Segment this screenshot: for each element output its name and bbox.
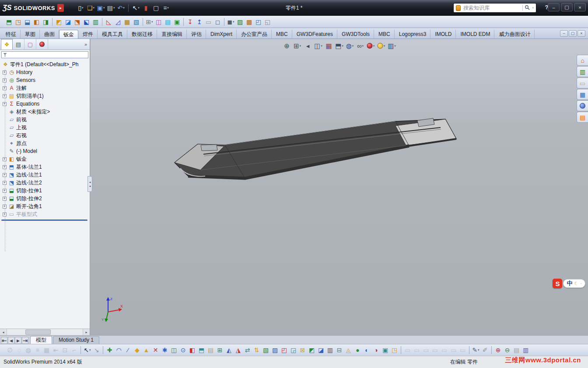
hide-show-items-button[interactable]: ∞▾ <box>356 41 365 50</box>
sheetmetal-icon-23[interactable]: ↥ <box>195 17 204 27</box>
design-library-tab[interactable]: ▥ <box>577 66 588 77</box>
toolbar-close-button[interactable]: × <box>578 30 585 37</box>
expand-icon[interactable]: + <box>3 71 7 74</box>
ime-language[interactable]: 中 <box>567 280 572 287</box>
ime-pill[interactable]: 中 ☾ · <box>563 279 585 288</box>
sketch-icon-42[interactable]: ▣ <box>381 345 390 355</box>
sheetmetal-icon-18[interactable]: ◫ <box>154 17 163 27</box>
propertymanager-tab[interactable]: ▤ <box>13 39 24 50</box>
expand-icon[interactable]: + <box>3 205 7 209</box>
sketch-icon-25[interactable]: ◭ <box>224 345 234 355</box>
tree-item[interactable]: ▱前视 <box>0 116 90 124</box>
sketch-icon-28[interactable]: ⇅ <box>252 345 261 355</box>
tree-item[interactable]: ▱上视 <box>0 124 90 131</box>
sketch-icon-17[interactable]: ✕ <box>151 345 160 355</box>
new-button[interactable]: ▯▾ <box>76 3 85 13</box>
sheetmetal-icon-24[interactable]: ▭ <box>204 17 213 27</box>
view-orientation-button[interactable]: ⬒▾ <box>335 41 344 50</box>
sketch-icon-53[interactable]: ✎▾ <box>471 345 480 355</box>
tree-item[interactable]: ✎(-) Model <box>0 147 90 155</box>
command-tab-MBC[interactable]: MBC <box>374 29 395 39</box>
tree-item[interactable]: +▤切割清单(1) <box>0 92 90 100</box>
expand-icon[interactable]: + <box>3 78 7 82</box>
sheetmetal-icon-10[interactable]: ▥ <box>91 17 100 27</box>
zoom-fit-button[interactable]: ⊕ <box>282 41 291 50</box>
sketch-icon-22[interactable]: ⬒ <box>197 345 206 355</box>
search-box[interactable]: ▾ <box>453 3 536 13</box>
sheetmetal-icon-20[interactable]: ▣ <box>172 17 182 27</box>
command-tab-GW3DTools[interactable]: GW3DTools <box>337 29 374 39</box>
sketch-icon-23[interactable]: ▤ <box>206 345 215 355</box>
tree-item[interactable]: +A注解 <box>0 84 90 92</box>
rollback-bar[interactable] <box>1 219 88 221</box>
display-style-button[interactable]: ◍▾ <box>345 41 354 50</box>
command-tab-威力曲面设计[interactable]: 威力曲面设计 <box>494 29 535 39</box>
sheetmetal-icon-17[interactable]: ⊞▾ <box>145 17 154 27</box>
custom-properties-tab[interactable]: ▤ <box>577 112 588 123</box>
previous-view-button[interactable]: ◂ <box>303 41 312 50</box>
configurationmanager-tab[interactable]: ▢ <box>24 39 36 50</box>
search-input[interactable] <box>462 4 521 11</box>
sheetmetal-icon-27[interactable]: ◼▾ <box>226 17 235 27</box>
section-view-button[interactable]: ◫▾ <box>314 41 323 50</box>
tree-item[interactable]: ◈材质 <未指定> <box>0 108 90 116</box>
sheetmetal-icon-12[interactable]: ◺ <box>104 17 113 27</box>
panel-splitter[interactable]: ◂ ◂ <box>88 176 92 192</box>
view-settings-button[interactable]: ▥▾ <box>387 41 396 50</box>
toolbar-collapse-button[interactable]: – <box>560 30 568 37</box>
sketch-icon-31[interactable]: ◰ <box>280 345 289 355</box>
document-tab-模型[interactable]: 模型 <box>30 336 52 344</box>
sketch-icon-57[interactable]: ⊖ <box>503 345 512 355</box>
sketch-icon-40[interactable]: ◐ <box>362 345 371 355</box>
sheetmetal-icon-6[interactable]: ◩ <box>54 17 63 27</box>
command-tab-GW3DFeatures[interactable]: GW3DFeatures <box>292 29 337 39</box>
sheetmetal-icon-31[interactable]: ◱ <box>263 17 272 27</box>
sheetmetal-icon-3[interactable]: ◧ <box>32 17 41 27</box>
filter-bar[interactable] <box>1 51 88 58</box>
toolbar-float-button[interactable]: ▢ <box>569 30 577 37</box>
solidworks-resources-tab[interactable]: ⌂ <box>577 55 588 66</box>
select-button[interactable]: ↖▾ <box>131 3 140 13</box>
maximize-button[interactable]: ▢ <box>561 3 573 11</box>
expand-icon[interactable]: + <box>3 165 7 169</box>
sketch-icon-16[interactable]: ▲ <box>142 345 151 355</box>
sketch-icon-34[interactable]: ◩ <box>307 345 316 355</box>
sheetmetal-icon-29[interactable]: ▩ <box>245 17 254 27</box>
tree-item[interactable]: ⌖原点 <box>0 139 90 147</box>
tab-scroll-prev-button[interactable]: ◂ <box>8 337 14 344</box>
sketch-icon-13[interactable]: ◠ <box>114 345 123 355</box>
print-button[interactable]: ▤▾ <box>106 3 116 13</box>
command-tab-IMOLD EDM[interactable]: IMOLD EDM <box>456 29 494 39</box>
annotation-view-button[interactable]: ▦ <box>324 41 333 50</box>
command-tab-特征[interactable]: 特征 <box>1 29 21 39</box>
sketch-icon-19[interactable]: ◫ <box>169 345 178 355</box>
expand-icon[interactable]: + <box>3 197 7 201</box>
graphics-area[interactable]: ⊕⊞▾◂◫▾▦⬒▾◍▾∞▾▾▾▥▾ ⌂▥▭▦▤ Z X Y S 中 ☾ · <box>91 39 588 335</box>
sketch-icon-43[interactable]: ◳ <box>390 345 399 355</box>
command-tab-数据迁移[interactable]: 数据迁移 <box>127 29 157 39</box>
command-tab-Logopress3[interactable]: Logopress3 <box>395 29 431 39</box>
ime-more-icon[interactable]: · <box>580 281 582 286</box>
sheetmetal-icon-19[interactable]: ▤ <box>163 17 172 27</box>
sketch-icon-29[interactable]: ▧ <box>261 345 270 355</box>
sheetmetal-icon-22[interactable]: ↧ <box>186 17 195 27</box>
command-tab-焊件[interactable]: 焊件 <box>78 29 98 39</box>
scroll-thumb[interactable] <box>25 329 51 335</box>
sketch-icon-41[interactable]: ◑ <box>371 345 381 355</box>
expand-icon[interactable]: + <box>3 157 7 161</box>
sheetmetal-icon-8[interactable]: ⬔ <box>73 17 82 27</box>
sketch-icon-59[interactable]: ▥ <box>521 345 530 355</box>
open-button[interactable]: ❏▾ <box>86 3 95 13</box>
tree-hscrollbar[interactable]: ◂ ▸ <box>0 329 90 335</box>
sheetmetal-icon-13[interactable]: ◿ <box>113 17 122 27</box>
sketch-icon-36[interactable]: ▥ <box>326 345 335 355</box>
tab-scroll-first-button[interactable]: ⇤ <box>1 337 7 344</box>
tree-item[interactable]: +◷History <box>0 68 90 76</box>
document-tab-Motion Study 1[interactable]: Motion Study 1 <box>53 336 99 344</box>
sketch-icon-54[interactable]: ✐ <box>480 345 490 355</box>
tree-item[interactable]: +⬓切除-拉伸1 <box>0 187 90 195</box>
tree-item[interactable]: +⬓切除-拉伸2 <box>0 195 90 202</box>
file-properties-button[interactable]: ▢ <box>151 3 161 13</box>
tree-item[interactable]: +⬔边线-法兰1 <box>0 171 90 179</box>
expand-icon[interactable]: + <box>3 102 7 106</box>
